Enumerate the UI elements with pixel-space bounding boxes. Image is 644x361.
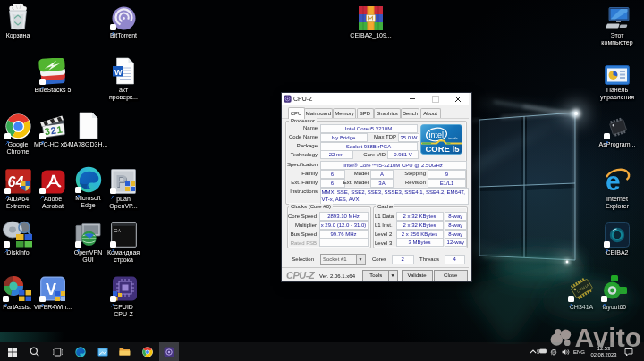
- svg-text:intel: intel: [429, 130, 445, 139]
- svg-text:inside: inside: [448, 136, 458, 140]
- svg-text:C:\: C:\: [114, 228, 121, 233]
- svg-text:64: 64: [7, 174, 23, 189]
- svg-text:Avito: Avito: [575, 323, 642, 351]
- svg-text:V: V: [46, 280, 56, 298]
- svg-text:W: W: [114, 68, 123, 77]
- svg-text:CORE i5: CORE i5: [426, 144, 461, 154]
